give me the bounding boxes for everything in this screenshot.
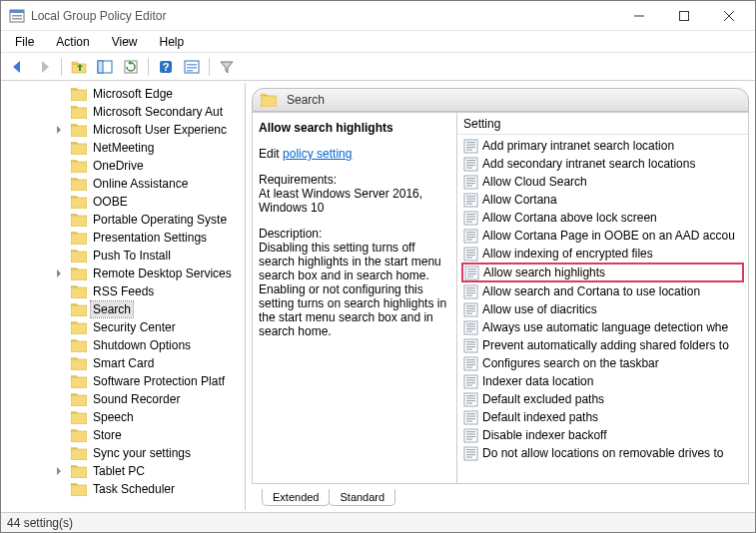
tree-item[interactable]: RSS Feeds [1, 282, 245, 300]
svg-rect-103 [466, 359, 475, 360]
tree-item[interactable]: Microsoft Edge [1, 85, 245, 103]
setting-item[interactable]: Configures search on the taskbar [457, 354, 748, 372]
svg-rect-97 [464, 339, 477, 352]
tree-item-label: Push To Install [91, 248, 173, 264]
settings-column[interactable]: Setting Add primary intranet search loca… [457, 113, 748, 483]
show-hide-button[interactable] [94, 56, 116, 78]
toolbar-separator [148, 58, 149, 76]
refresh-button[interactable] [120, 56, 142, 78]
svg-rect-5 [679, 11, 688, 20]
view-tabs: Extended Standard [252, 484, 749, 506]
setting-item[interactable]: Disable indexer backoff [457, 426, 748, 444]
tab-standard[interactable]: Standard [329, 489, 395, 506]
svg-rect-35 [71, 395, 87, 406]
svg-rect-15 [187, 64, 197, 66]
setting-item[interactable]: Allow search highlights [461, 263, 744, 282]
edit-policy-link[interactable]: policy setting [283, 147, 352, 161]
setting-item[interactable]: Default indexed paths [457, 408, 748, 426]
menu-file[interactable]: File [5, 33, 44, 51]
tab-extended[interactable]: Extended [262, 489, 330, 506]
svg-rect-127 [464, 447, 477, 460]
window-title: Local Group Policy Editor [31, 9, 616, 23]
description-label: Description: [259, 227, 450, 241]
filter-button[interactable] [216, 56, 238, 78]
help-button[interactable]: ? [155, 56, 177, 78]
setting-item[interactable]: Allow Cloud Search [457, 173, 748, 191]
tree-item[interactable]: Store [1, 426, 245, 444]
tree-item[interactable]: Microsoft User Experienc [1, 121, 245, 139]
tree-item[interactable]: Sync your settings [1, 444, 245, 462]
svg-rect-116 [466, 402, 472, 403]
tree-item[interactable]: OneDrive [1, 157, 245, 175]
up-button[interactable] [68, 56, 90, 78]
menu-view[interactable]: View [102, 33, 148, 51]
setting-item[interactable]: Allow search and Cortana to use location [457, 282, 748, 300]
setting-item-label: Do not allow locations on removable driv… [482, 446, 723, 460]
tree-item[interactable]: Push To Install [1, 247, 245, 265]
description-block: Description: Disabling this setting turn… [259, 227, 450, 338]
setting-item[interactable]: Allow indexing of encrypted files [457, 245, 748, 263]
setting-item[interactable]: Indexer data location [457, 372, 748, 390]
details-pane: Search Allow search highlights Edit poli… [246, 83, 755, 510]
tree-item[interactable]: Remote Desktop Services [1, 265, 245, 282]
setting-item[interactable]: Allow Cortana [457, 191, 748, 209]
svg-rect-121 [466, 420, 472, 421]
tree-item[interactable]: OOBE [1, 193, 245, 211]
setting-item[interactable]: Do not allow locations on removable driv… [457, 444, 748, 462]
tree-item[interactable]: Tablet PC [1, 462, 245, 480]
svg-rect-51 [466, 167, 472, 168]
setting-item[interactable]: Allow Cortana Page in OOBE on an AAD acc… [457, 227, 748, 245]
svg-rect-47 [464, 158, 477, 171]
svg-rect-22 [71, 162, 87, 173]
tree-item-label: NetMeeting [91, 140, 156, 156]
policy-icon [463, 374, 478, 389]
svg-rect-90 [466, 310, 475, 311]
tree-item-label: OneDrive [91, 158, 146, 174]
setting-item-label: Allow search highlights [483, 266, 605, 279]
setting-item[interactable]: Allow Cortana above lock screen [457, 209, 748, 227]
setting-item[interactable]: Add primary intranet search location [457, 137, 748, 155]
tree-item[interactable]: Microsoft Secondary Aut [1, 103, 245, 121]
policy-icon [463, 157, 478, 172]
tree-item[interactable]: Speech [1, 408, 245, 426]
svg-rect-105 [466, 364, 475, 365]
setting-item[interactable]: Always use automatic language detection … [457, 318, 748, 336]
content-area: Microsoft EdgeMicrosoft Secondary AutMic… [1, 83, 755, 510]
tree-item[interactable]: Software Protection Platf [1, 372, 245, 390]
tree-item[interactable]: Security Center [1, 318, 245, 336]
tree-item[interactable]: Search [1, 300, 245, 318]
svg-rect-32 [71, 341, 87, 352]
minimize-button[interactable] [616, 2, 661, 30]
setting-item-label: Allow use of diacritics [482, 302, 597, 316]
back-button[interactable] [7, 56, 29, 78]
tree-pane[interactable]: Microsoft EdgeMicrosoft Secondary AutMic… [1, 83, 246, 510]
tree-item[interactable]: Sound Recorder [1, 390, 245, 408]
setting-item[interactable]: Default excluded paths [457, 390, 748, 408]
tree-item[interactable]: Shutdown Options [1, 336, 245, 354]
tree-item[interactable]: Portable Operating Syste [1, 211, 245, 229]
svg-rect-77 [465, 266, 478, 279]
tree-item[interactable]: Smart Card [1, 354, 245, 372]
tree-item[interactable]: NetMeeting [1, 139, 245, 157]
setting-item[interactable]: Add secondary intranet search locations [457, 155, 748, 173]
menu-help[interactable]: Help [150, 33, 195, 51]
svg-rect-87 [464, 303, 477, 316]
folder-icon [71, 178, 87, 191]
setting-item[interactable]: Allow use of diacritics [457, 300, 748, 318]
menu-action[interactable]: Action [46, 33, 99, 51]
forward-button[interactable] [33, 56, 55, 78]
svg-rect-61 [466, 203, 472, 204]
folder-icon [71, 196, 87, 209]
requirements-text: At least Windows Server 2016, Windows 10 [259, 187, 450, 215]
tree-item[interactable]: Task Scheduler [1, 480, 245, 498]
tree-item[interactable]: Online Assistance [1, 175, 245, 193]
tree-item[interactable]: Presentation Settings [1, 229, 245, 247]
maximize-button[interactable] [661, 2, 706, 30]
properties-button[interactable] [181, 56, 203, 78]
folder-icon [71, 142, 87, 155]
close-button[interactable] [706, 2, 751, 30]
setting-item[interactable]: Prevent automatically adding shared fold… [457, 336, 748, 354]
svg-rect-114 [466, 397, 475, 398]
menubar: File Action View Help [1, 31, 755, 53]
settings-column-header[interactable]: Setting [457, 113, 748, 135]
